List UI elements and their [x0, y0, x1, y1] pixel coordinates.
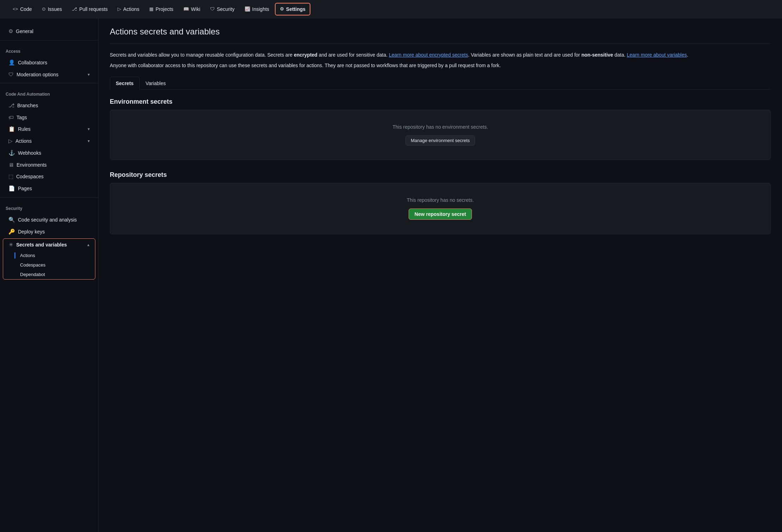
gear-icon: ⚙	[8, 28, 13, 34]
top-navigation: <> Code ⊙ Issues ⎇ Pull requests ▷ Actio…	[0, 0, 782, 18]
sidebar-item-rules[interactable]: 📋 Rules ▾	[3, 123, 95, 135]
env-secrets-empty-text: This repository has no environment secre…	[117, 124, 763, 130]
chevron-up-icon: ▴	[87, 242, 89, 247]
sidebar-item-moderation[interactable]: 🛡 Moderation options ▾	[3, 69, 95, 80]
moderation-icon: 🛡	[8, 71, 14, 77]
sidebar-item-deploy-keys[interactable]: 🔑 Deploy keys	[3, 226, 95, 238]
pages-icon: 📄	[8, 185, 15, 192]
nav-actions[interactable]: ▷ Actions	[113, 4, 144, 15]
description-paragraph1: Secrets and variables allow you to manag…	[110, 51, 771, 59]
chevron-down-icon: ▾	[88, 72, 90, 77]
sidebar: ⚙ General Access 👤 Collaborators 🛡 Moder…	[0, 18, 99, 532]
codespaces-icon: ⬚	[8, 173, 13, 180]
repository-secrets-title: Repository secrets	[110, 171, 771, 179]
webhook-icon: ⚓	[8, 150, 15, 156]
sidebar-item-branches[interactable]: ⎇ Branches	[3, 100, 95, 111]
manage-environment-secrets-button[interactable]: Manage environment secrets	[405, 135, 475, 146]
nav-insights[interactable]: 📈 Insights	[240, 4, 273, 15]
page-layout: ⚙ General Access 👤 Collaborators 🛡 Moder…	[0, 18, 782, 532]
sidebar-item-pages[interactable]: 📄 Pages	[3, 182, 95, 194]
sidebar-sub-item-dependabot[interactable]: Dependabot	[6, 270, 92, 279]
sidebar-item-webhooks[interactable]: ⚓ Webhooks	[3, 147, 95, 159]
access-section-label: Access	[0, 43, 98, 57]
repo-secrets-empty-text: This repository has no secrets.	[407, 197, 474, 203]
nav-issues[interactable]: ⊙ Issues	[38, 4, 66, 15]
tag-icon: 🏷	[8, 114, 14, 120]
actions-sidebar-icon: ▷	[8, 138, 13, 144]
main-content: Actions secrets and variables Secrets an…	[99, 18, 782, 532]
actions-nav-icon: ▷	[118, 6, 121, 12]
wiki-icon: 📖	[183, 6, 189, 12]
nav-security[interactable]: 🛡 Security	[206, 4, 239, 15]
sidebar-item-code-security[interactable]: 🔍 Code security and analysis	[3, 214, 95, 226]
rules-icon: 📋	[8, 126, 15, 132]
nav-wiki[interactable]: 📖 Wiki	[179, 4, 204, 15]
projects-icon: ▦	[149, 6, 153, 12]
sidebar-item-tags[interactable]: 🏷 Tags	[3, 111, 95, 123]
security-section-label: Security	[0, 200, 98, 214]
tab-secrets[interactable]: Secrets	[110, 77, 140, 90]
secrets-variables-tabs: Secrets Variables	[110, 77, 771, 90]
security-icon: 🛡	[210, 6, 215, 12]
repository-secrets-box: This repository has no secrets. New repo…	[110, 183, 771, 234]
environment-secrets-title: Environment secrets	[110, 98, 771, 105]
chevron-down-icon-actions: ▾	[88, 139, 90, 143]
code-automation-label: Code and automation	[0, 86, 98, 100]
encrypted-secrets-link[interactable]: Learn more about encrypted secrets	[389, 52, 468, 58]
new-repository-secret-button[interactable]: New repository secret	[409, 209, 472, 220]
sidebar-sub-item-actions[interactable]: Actions	[6, 251, 92, 260]
sidebar-item-environments[interactable]: 🖥 Environments	[3, 159, 95, 171]
chevron-down-icon-rules: ▾	[88, 127, 90, 132]
nav-projects[interactable]: ▦ Projects	[145, 4, 178, 15]
repository-secrets-section: Repository secrets This repository has n…	[110, 171, 771, 234]
description-paragraph2: Anyone with collaborator access to this …	[110, 62, 771, 69]
pull-request-icon: ⎇	[72, 6, 77, 12]
nav-pull-requests[interactable]: ⎇ Pull requests	[68, 4, 112, 15]
code-security-icon: 🔍	[8, 217, 15, 223]
settings-icon: ⚙	[280, 6, 284, 12]
sidebar-item-collaborators[interactable]: 👤 Collaborators	[3, 57, 95, 69]
sidebar-item-codespaces[interactable]: ⬚ Codespaces	[3, 171, 95, 182]
nav-code[interactable]: <> Code	[8, 4, 36, 15]
sidebar-sub-item-codespaces[interactable]: Codespaces	[6, 260, 92, 270]
page-title: Actions secrets and variables	[110, 27, 771, 37]
environments-icon: 🖥	[8, 162, 14, 168]
branch-icon: ⎇	[8, 102, 14, 109]
nav-settings[interactable]: ⚙ Settings	[275, 3, 310, 15]
tab-variables[interactable]: Variables	[140, 77, 172, 90]
secrets-vars-header[interactable]: ✳ Secrets and variables ▴	[3, 239, 95, 251]
secrets-and-variables-section: ✳ Secrets and variables ▴ Actions Codesp…	[3, 238, 95, 280]
environment-secrets-box: This repository has no environment secre…	[110, 110, 771, 160]
code-icon: <>	[13, 6, 18, 12]
variables-link[interactable]: Learn more about variables	[627, 52, 687, 58]
asterisk-icon: ✳	[9, 242, 13, 248]
people-icon: 👤	[8, 59, 15, 66]
issues-icon: ⊙	[42, 6, 46, 12]
sidebar-item-general[interactable]: ⚙ General	[3, 25, 95, 37]
sidebar-item-actions[interactable]: ▷ Actions ▾	[3, 135, 95, 147]
key-icon: 🔑	[8, 229, 15, 235]
insights-icon: 📈	[245, 6, 250, 12]
